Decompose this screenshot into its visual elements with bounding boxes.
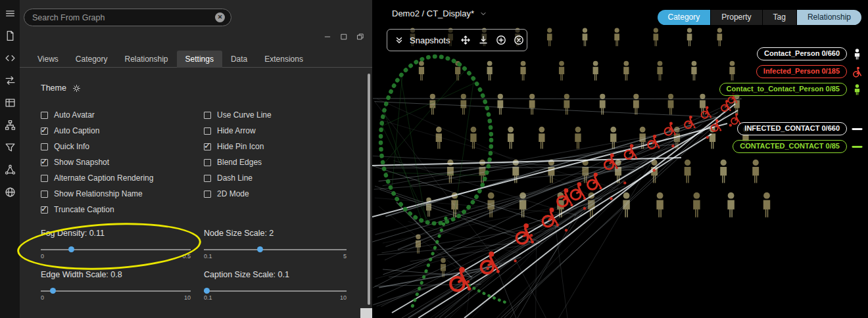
graph-viewport[interactable]: Demo2 / CT_Display* Snapshots CategoryPr… <box>372 0 868 318</box>
option-blend-edges[interactable]: Blend Edges <box>204 154 272 170</box>
slider-handle[interactable] <box>68 246 74 252</box>
slider-max-label: 5 <box>343 253 347 260</box>
checkbox-2d-mode[interactable] <box>204 191 211 198</box>
menu-icon <box>5 8 16 19</box>
legend-contact-to-contact-person[interactable]: Contact_to_Contact_Person 0/85 <box>719 83 847 96</box>
panel-tab-category[interactable]: Category <box>67 51 116 68</box>
search-input[interactable] <box>32 13 210 22</box>
checkbox-alternate-caption-rendering[interactable] <box>41 175 48 182</box>
legend-infected-person[interactable]: Infected_Person 0/185 <box>756 65 847 78</box>
breadcrumb-caret[interactable] <box>479 10 487 18</box>
theme-settings-button[interactable] <box>72 84 81 93</box>
slider-handle[interactable] <box>257 246 263 252</box>
checkbox-blend-edges[interactable] <box>204 159 211 166</box>
wheelchair-icon[interactable] <box>852 66 863 78</box>
mode-tab-category[interactable]: Category <box>658 10 711 25</box>
legend-contact-person[interactable]: Contact_Person 0/660 <box>757 47 847 60</box>
option-hide-arrow[interactable]: Hide Arrow <box>204 123 272 139</box>
edge-line-icon[interactable] <box>852 124 863 135</box>
options-column-right: Use Curve LineHide ArrowHide Pin IconBle… <box>204 107 272 202</box>
checkbox-use-curve-line[interactable] <box>204 112 211 119</box>
slider-min-label: 0 <box>41 294 44 301</box>
option-truncate-caption[interactable]: Truncate Caption <box>41 202 153 217</box>
rail-button-hierarchy[interactable] <box>5 120 16 131</box>
rail-button-menu[interactable] <box>5 8 16 19</box>
option-dash-line[interactable]: Dash Line <box>204 170 272 186</box>
panel-scrollbar-corner <box>360 308 372 318</box>
move-button[interactable] <box>460 35 471 45</box>
checkbox-label: Auto Caption <box>54 126 99 135</box>
option-quick-info[interactable]: Quick Info <box>41 139 153 154</box>
rail-button-swap-arrows[interactable] <box>5 75 16 86</box>
rail-button-table[interactable] <box>5 97 16 108</box>
legend-infected-contact[interactable]: INFECTED_CONTACT 0/660 <box>737 122 847 135</box>
breadcrumb[interactable]: Demo2 / CT_Display* <box>392 9 487 18</box>
slider-label: Fog Density: 0.11 <box>41 229 191 238</box>
checkbox-show-snapshot[interactable] <box>41 159 48 166</box>
maximize-button[interactable] <box>340 33 348 41</box>
checkbox-hide-pin-icon[interactable] <box>204 143 211 150</box>
checkbox-truncate-caption[interactable] <box>41 206 48 214</box>
slider-track[interactable] <box>41 249 191 250</box>
clear-search-icon[interactable]: ✕ <box>215 12 225 22</box>
checkbox-dash-line[interactable] <box>204 175 211 182</box>
checkbox-hide-arrow[interactable] <box>204 127 211 135</box>
mode-tab-property[interactable]: Property <box>711 10 761 25</box>
rail-button-network[interactable] <box>5 164 16 175</box>
checkbox-auto-avatar[interactable] <box>41 112 48 119</box>
option-auto-caption[interactable]: Auto Caption <box>41 123 153 139</box>
close-circle-button[interactable] <box>514 35 524 45</box>
rail-button-globe[interactable] <box>5 187 16 198</box>
panel-tab-data[interactable]: Data <box>222 51 256 68</box>
checkbox-show-relationship-name[interactable] <box>41 191 48 198</box>
slider-min-label: 0.1 <box>204 253 212 260</box>
slider-track[interactable] <box>204 249 347 250</box>
close-circle-icon <box>514 35 524 45</box>
slider-handle[interactable] <box>50 288 56 294</box>
checkbox-label: Truncate Caption <box>54 205 114 214</box>
option-show-snapshot[interactable]: Show Snapshot <box>41 154 153 170</box>
option-show-relationship-name[interactable]: Show Relationship Name <box>41 186 153 202</box>
theme-row: Theme <box>41 83 81 93</box>
mode-tab-relationship[interactable]: Relationship <box>797 10 861 25</box>
option-hide-pin-icon[interactable]: Hide Pin Icon <box>204 139 272 154</box>
slider-track[interactable] <box>204 290 347 292</box>
panel-tab-settings[interactable]: Settings <box>177 51 222 68</box>
restore-icon <box>356 33 364 41</box>
person-icon[interactable] <box>852 49 863 60</box>
edge-line-icon[interactable] <box>852 141 863 152</box>
mode-tab-tag[interactable]: Tag <box>763 10 796 25</box>
download-button[interactable] <box>478 35 489 45</box>
collapse-snapshots-button[interactable] <box>394 35 404 45</box>
checkbox-quick-info[interactable] <box>41 143 48 150</box>
legend-contacted-contact[interactable]: CONTACTED_CONTACT 0/85 <box>733 140 847 153</box>
person-icon[interactable] <box>852 84 863 95</box>
checkbox-label: Dash Line <box>217 173 253 183</box>
rail-button-filter[interactable] <box>5 142 16 153</box>
table-icon <box>5 97 16 108</box>
option-use-curve-line[interactable]: Use Curve Line <box>204 107 272 123</box>
option-auto-avatar[interactable]: Auto Avatar <box>41 107 153 123</box>
minimize-button[interactable] <box>324 33 331 41</box>
infected-person-nodes <box>450 93 740 291</box>
option-alternate-caption-rendering[interactable]: Alternate Caption Rendering <box>41 170 153 186</box>
checkbox-label: Show Snapshot <box>54 158 109 167</box>
panel-scrollbar-thumb[interactable] <box>368 74 370 305</box>
option-2d-mode[interactable]: 2D Mode <box>204 186 272 202</box>
search-box[interactable]: ✕ <box>24 9 231 26</box>
checkbox-auto-caption[interactable] <box>41 127 48 135</box>
slider-node-size-scale: Node Size Scale: 20.15 <box>204 229 347 261</box>
slider-track[interactable] <box>41 290 191 292</box>
panel-tab-extensions[interactable]: Extensions <box>256 51 312 68</box>
slider-handle[interactable] <box>204 288 210 294</box>
rail-button-code[interactable] <box>5 53 16 64</box>
rail-button-file[interactable] <box>5 30 16 41</box>
slider-min-label: 0 <box>41 253 44 260</box>
panel-tab-relationship[interactable]: Relationship <box>116 51 177 68</box>
checkbox-label: Alternate Caption Rendering <box>54 173 153 183</box>
checkbox-label: Show Relationship Name <box>54 189 143 198</box>
panel-tab-views[interactable]: Views <box>29 51 67 68</box>
restore-button[interactable] <box>356 33 364 41</box>
add-circle-button[interactable] <box>496 35 506 45</box>
network-icon <box>5 164 16 175</box>
